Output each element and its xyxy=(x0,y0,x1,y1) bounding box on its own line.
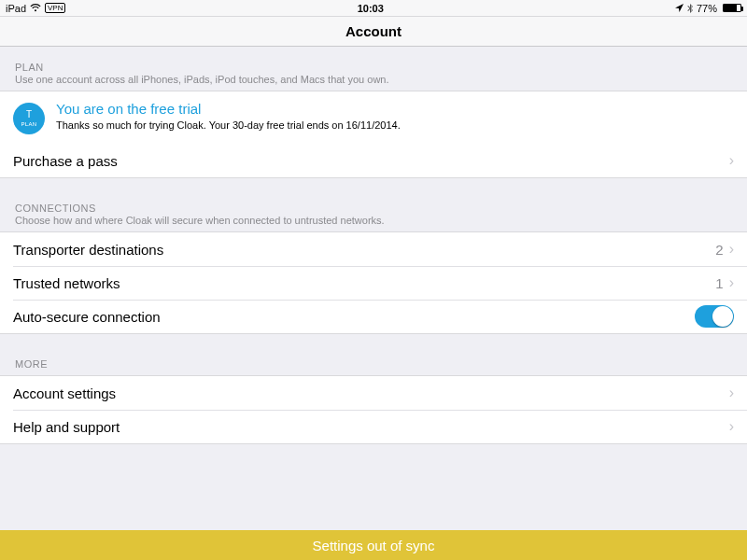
section-connections: CONNECTIONS Choose how and where Cloak w… xyxy=(0,199,747,334)
trusted-networks-label: Trusted networks xyxy=(13,275,715,291)
transporter-destinations-row[interactable]: Transporter destinations 2 › xyxy=(0,232,747,266)
chevron-right-icon: › xyxy=(729,275,734,290)
device-label: iPad xyxy=(6,3,26,14)
auto-secure-row: Auto-secure connection xyxy=(0,300,747,333)
account-settings-row[interactable]: Account settings › xyxy=(0,376,747,410)
status-bar: iPad VPN 10:03 77% xyxy=(0,0,747,17)
trusted-networks-row[interactable]: Trusted networks 1 › xyxy=(0,266,747,300)
section-connections-title: CONNECTIONS xyxy=(15,203,732,214)
chevron-right-icon: › xyxy=(729,419,734,434)
battery-percentage: 77% xyxy=(697,3,717,14)
location-icon xyxy=(675,4,684,12)
nav-header: Account xyxy=(0,17,747,47)
purchase-pass-label: Purchase a pass xyxy=(13,153,729,169)
page-title: Account xyxy=(345,23,402,39)
plan-description: Thanks so much for trying Cloak. Your 30… xyxy=(56,119,401,131)
clock: 10:03 xyxy=(358,3,384,14)
chevron-right-icon: › xyxy=(729,385,734,400)
vpn-badge: VPN xyxy=(45,3,65,13)
help-support-label: Help and support xyxy=(13,419,729,435)
section-more-title: MORE xyxy=(15,358,732,370)
plan-badge-icon: T PLAN xyxy=(13,103,45,134)
section-plan-title: PLAN xyxy=(15,62,732,73)
auto-secure-label: Auto-secure connection xyxy=(13,309,695,325)
transporter-destinations-value: 2 xyxy=(715,242,723,258)
wifi-icon xyxy=(30,4,41,12)
sync-banner-text: Settings out of sync xyxy=(313,538,435,553)
chevron-right-icon: › xyxy=(729,153,734,168)
help-support-row[interactable]: Help and support › xyxy=(0,410,747,443)
chevron-right-icon: › xyxy=(729,242,734,257)
bluetooth-icon xyxy=(687,4,693,13)
section-connections-subtitle: Choose how and where Cloak will secure w… xyxy=(15,215,732,226)
sync-banner[interactable]: Settings out of sync xyxy=(0,530,747,560)
section-plan-subtitle: Use one account across all iPhones, iPad… xyxy=(15,74,732,85)
plan-status-row: T PLAN You are on the free trial Thanks … xyxy=(0,91,747,144)
section-more: MORE Account settings › Help and support… xyxy=(0,355,747,444)
battery-icon xyxy=(721,4,741,12)
transporter-destinations-label: Transporter destinations xyxy=(13,242,715,258)
plan-headline: You are on the free trial xyxy=(56,101,401,117)
section-plan: PLAN Use one account across all iPhones,… xyxy=(0,58,747,178)
trusted-networks-value: 1 xyxy=(715,275,723,291)
auto-secure-toggle[interactable] xyxy=(695,305,734,328)
account-settings-label: Account settings xyxy=(13,385,729,401)
purchase-pass-row[interactable]: Purchase a pass › xyxy=(0,144,747,177)
